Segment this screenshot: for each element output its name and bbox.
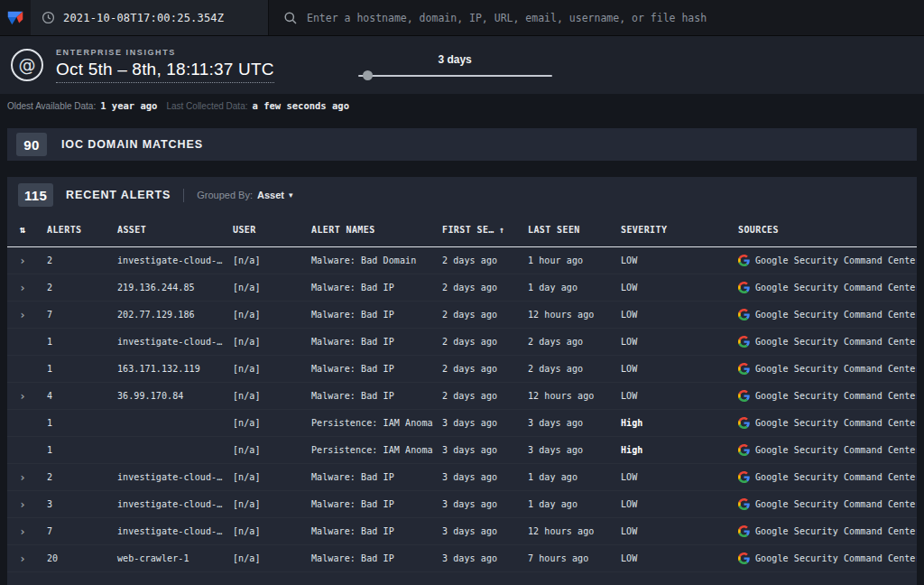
- table-row[interactable]: 1 investigate-cloud-… [n/a] Malware: Bad…: [7, 329, 917, 356]
- cell-user: [n/a]: [224, 472, 302, 482]
- table-row[interactable]: 1 [n/a] Persistence: IAM Anoma… 3 days a…: [7, 437, 917, 464]
- ioc-domain-matches-section[interactable]: 90 IOC DOMAIN MATCHES: [7, 128, 917, 161]
- cell-sources: Google Security Command Center: [729, 417, 917, 429]
- slider-value-label: 3 days: [358, 53, 552, 66]
- cell-severity: LOW: [612, 499, 729, 509]
- date-range-title[interactable]: Oct 5th – 8th, 18:11:37 UTC: [56, 60, 274, 83]
- expand-chevron-icon[interactable]: [19, 498, 26, 510]
- cell-user: [n/a]: [224, 445, 302, 455]
- table-row[interactable]: 7 investigate-cloud-… [n/a] Malware: Bad…: [7, 518, 917, 545]
- section-eyebrow: ENTERPRISE INSIGHTS: [56, 48, 274, 57]
- chronicle-logo-icon: [5, 8, 25, 28]
- cell-alert-count: 7: [38, 310, 108, 320]
- google-logo-icon: [738, 552, 750, 564]
- cell-sources: Google Security Command Center: [729, 363, 917, 375]
- cell-severity: LOW: [612, 310, 729, 320]
- col-last-seen[interactable]: LAST SEEN: [519, 225, 612, 235]
- slider-track[interactable]: [358, 75, 552, 77]
- cell-last-seen: 2 days ago: [519, 337, 612, 347]
- expand-chevron-icon[interactable]: [19, 309, 26, 320]
- table-row[interactable]: 2 investigate-cloud-… [n/a] Malware: Bad…: [7, 247, 917, 274]
- source-label: Google Security Command Center: [755, 445, 917, 455]
- col-severity[interactable]: SEVERITY: [612, 225, 729, 235]
- table-row[interactable]: 20 web-crawler-1 [n/a] Malware: Bad IP 3…: [7, 545, 917, 572]
- table-row[interactable]: 4 36.99.170.84 [n/a] Malware: Bad IP 2 d…: [7, 383, 917, 410]
- col-alerts[interactable]: ALERTS: [38, 225, 108, 235]
- col-asset[interactable]: ASSET: [108, 225, 224, 235]
- cell-sources: Google Security Command Center: [729, 552, 917, 564]
- chronicle-logo[interactable]: [0, 0, 31, 35]
- cell-user: [n/a]: [224, 283, 302, 292]
- expand-chevron-icon[interactable]: [19, 552, 26, 564]
- expand-chevron-icon[interactable]: [19, 390, 26, 402]
- grouped-by-value: Asset: [257, 190, 284, 200]
- table-row[interactable]: 3 investigate-cloud-… [n/a] Malware: Bad…: [7, 491, 917, 518]
- cell-last-seen: 12 hours ago: [519, 310, 612, 320]
- col-user[interactable]: USER: [224, 225, 302, 235]
- grouped-by-dropdown[interactable]: Grouped By: Asset ▾: [197, 190, 292, 200]
- cell-severity: LOW: [612, 255, 729, 265]
- slider-handle[interactable]: [363, 70, 373, 80]
- source-label: Google Security Command Center: [755, 364, 917, 374]
- cell-alert-names: Malware: Bad Domain: [302, 255, 433, 265]
- recent-alerts-header: 115 RECENT ALERTS Grouped By: Asset ▾: [7, 177, 917, 213]
- expand-chevron-icon[interactable]: [19, 282, 26, 293]
- cell-severity: LOW: [612, 526, 729, 536]
- cell-last-seen: 12 hours ago: [519, 526, 612, 536]
- google-logo-icon: [738, 336, 750, 348]
- table-row[interactable]: 7 202.77.129.186 [n/a] Malware: Bad IP 2…: [7, 302, 917, 329]
- expand-chevron-icon[interactable]: [19, 525, 26, 537]
- time-range-chip[interactable]: 2021-10-08T17:00:25.354Z: [31, 0, 269, 35]
- cell-first-seen: 3 days ago: [433, 472, 519, 482]
- cell-alert-names: Persistence: IAM Anoma…: [302, 418, 433, 428]
- sort-rows-icon[interactable]: ⇅: [7, 224, 38, 236]
- google-logo-icon: [738, 444, 750, 456]
- cell-severity: High: [612, 418, 729, 428]
- source-label: Google Security Command Center: [755, 337, 917, 347]
- cell-user: [n/a]: [224, 364, 302, 374]
- expand-chevron-icon[interactable]: [19, 255, 26, 266]
- col-first-seen[interactable]: FIRST SE…↑: [433, 225, 519, 235]
- source-label: Google Security Command Center: [755, 418, 917, 428]
- expand-chevron-icon[interactable]: [19, 471, 26, 483]
- cell-severity: LOW: [612, 391, 729, 401]
- cell-user: [n/a]: [224, 499, 302, 509]
- cell-first-seen: 2 days ago: [433, 364, 519, 374]
- google-logo-icon: [738, 255, 750, 266]
- col-sources[interactable]: SOURCES: [729, 225, 917, 235]
- recent-alerts-panel: 115 RECENT ALERTS Grouped By: Asset ▾ ⇅ …: [7, 177, 917, 585]
- cell-user: [n/a]: [224, 418, 302, 428]
- cell-first-seen: 2 days ago: [433, 391, 519, 401]
- cell-alert-count: 1: [38, 337, 108, 347]
- cell-alert-names: Malware: Bad IP: [302, 526, 433, 536]
- table-row[interactable]: 1 [n/a] Persistence: IAM Anoma… 3 days a…: [7, 410, 917, 437]
- cell-last-seen: 3 days ago: [519, 418, 612, 428]
- cell-alert-count: 1: [38, 364, 108, 374]
- col-alert-names[interactable]: ALERT NAMES: [302, 225, 433, 235]
- cell-sources: Google Security Command Center: [729, 471, 917, 483]
- search-input[interactable]: [307, 12, 910, 24]
- cell-alert-names: Malware: Bad IP: [302, 283, 433, 292]
- search-icon: [283, 11, 298, 25]
- cell-alert-count: 2: [38, 472, 108, 482]
- header-divider: [183, 189, 184, 202]
- cell-last-seen: 2 days ago: [519, 364, 612, 374]
- cell-sources: Google Security Command Center: [729, 336, 917, 348]
- cell-alert-count: 2: [38, 283, 108, 292]
- enterprise-insights-icon: @: [11, 49, 43, 81]
- cell-user: [n/a]: [224, 255, 302, 265]
- cell-user: [n/a]: [224, 391, 302, 401]
- cell-alert-names: Malware: Bad IP: [302, 337, 433, 347]
- table-row[interactable]: 2 investigate-cloud-… [n/a] Malware: Bad…: [7, 464, 917, 491]
- cell-alert-count: 4: [38, 391, 108, 401]
- cell-asset: investigate-cloud-…: [108, 526, 224, 536]
- table-row[interactable]: 1 163.171.132.119 [n/a] Malware: Bad IP …: [7, 356, 917, 383]
- cell-sources: Google Security Command Center: [729, 390, 917, 402]
- table-row[interactable]: 2 219.136.244.85 [n/a] Malware: Bad IP 2…: [7, 274, 917, 302]
- cell-alert-names: Malware: Bad IP: [302, 310, 433, 320]
- cell-last-seen: 1 hour ago: [519, 255, 612, 265]
- cell-alert-count: 2: [38, 255, 108, 265]
- grouped-by-label: Grouped By:: [197, 190, 253, 200]
- google-logo-icon: [738, 363, 750, 375]
- source-label: Google Security Command Center: [755, 472, 917, 482]
